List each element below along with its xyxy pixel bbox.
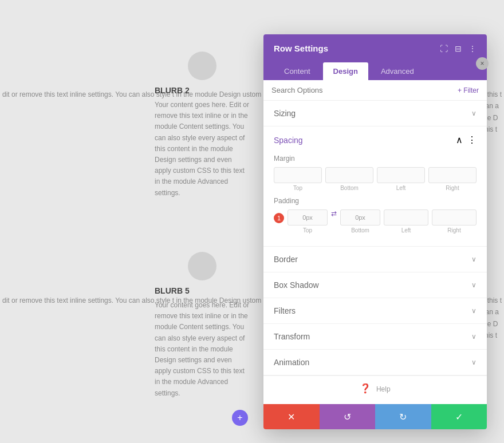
- row-settings-modal: Row Settings ⛶ ⊟ ⋮ Content Design Advanc…: [263, 34, 487, 429]
- margin-top-wrap: Top: [274, 167, 322, 191]
- section-animation-title: Animation: [274, 358, 309, 367]
- padding-top-bottom-pair: Top ⇄ Bottom: [288, 209, 380, 234]
- padding-inputs: Top ⇄ Bottom: [288, 209, 477, 237]
- padding-left-input[interactable]: [384, 209, 428, 226]
- margin-left-label: Left: [396, 185, 406, 191]
- margin-bottom-wrap: Bottom: [325, 167, 373, 191]
- save-button[interactable]: ✓: [431, 404, 487, 429]
- margin-top-input[interactable]: [274, 167, 322, 183]
- link-icon[interactable]: ⇄: [331, 209, 337, 217]
- help-text[interactable]: Help: [376, 385, 391, 393]
- section-sizing-title: Sizing: [274, 109, 296, 118]
- margin-label: Margin: [274, 155, 477, 163]
- padding-right-wrap: Right: [432, 209, 477, 234]
- section-filters-title: Filters: [274, 306, 296, 315]
- animation-chevron-icon: ∨: [471, 358, 477, 366]
- box-shadow-chevron-icon: ∨: [471, 281, 477, 289]
- blurb-5-avatar: [188, 252, 216, 280]
- padding-top-bottom-group: Top ⇄ Bottom: [288, 209, 477, 234]
- tab-content[interactable]: Content: [274, 62, 321, 80]
- margin-right-label: Right: [446, 185, 459, 191]
- margin-top-bottom-pair: Top Bottom: [274, 167, 373, 191]
- margin-bottom-input[interactable]: [325, 167, 373, 183]
- section-border-title: Border: [274, 255, 298, 264]
- modal-header: Row Settings ⛶ ⊟ ⋮: [263, 34, 487, 62]
- blurb-2-section: BLURB 2 Your content goes here. Edit or …: [155, 52, 249, 199]
- section-transform-title: Transform: [274, 332, 310, 341]
- help-circle-icon: ❓: [360, 383, 371, 393]
- outside-close-icon: ×: [480, 60, 484, 68]
- search-input[interactable]: [271, 86, 458, 94]
- padding-link-divider: ⇄: [331, 209, 337, 234]
- modal-footer: ✕ ↺ ↻ ✓: [263, 404, 487, 429]
- section-sizing[interactable]: Sizing ∨: [263, 101, 487, 126]
- padding-bottom-input[interactable]: [340, 209, 380, 226]
- section-filters[interactable]: Filters ∨: [263, 298, 487, 324]
- border-chevron-icon: ∨: [471, 255, 477, 263]
- padding-top-input[interactable]: [288, 209, 328, 226]
- transform-chevron-icon: ∨: [471, 333, 477, 341]
- section-box-shadow-title: Box Shadow: [274, 280, 319, 290]
- redo-button[interactable]: ↻: [375, 404, 431, 429]
- undo-button[interactable]: ↺: [320, 404, 376, 429]
- padding-left-label: Left: [401, 227, 411, 234]
- padding-top-label: Top: [303, 227, 312, 234]
- margin-inputs: Top Bottom Left Right: [274, 167, 477, 191]
- modal-tabs: Content Design Advanced: [263, 62, 487, 80]
- tab-advanced[interactable]: Advanced: [371, 62, 424, 80]
- sizing-chevron-icon: ∨: [471, 109, 477, 117]
- blurb-2-title: BLURB 2: [155, 86, 249, 95]
- blurb-5-section: BLURB 5 Your content goes here. Edit or …: [155, 252, 249, 399]
- margin-right-input[interactable]: [428, 167, 477, 183]
- filter-button[interactable]: + Filter: [458, 86, 479, 94]
- margin-left-right-pair: Left Right: [377, 167, 477, 191]
- search-bar: + Filter: [263, 80, 487, 101]
- columns-icon[interactable]: ⊟: [455, 44, 462, 53]
- margin-top-label: Top: [293, 185, 302, 191]
- margin-left-wrap: Left: [377, 167, 425, 191]
- modal-body: Sizing ∨ Spacing ∧ ⋮ Margin Top: [263, 101, 487, 404]
- blurb-5-title: BLURB 5: [155, 286, 249, 295]
- margin-left-input[interactable]: [377, 167, 425, 183]
- padding-bottom-label: Bottom: [351, 227, 369, 234]
- padding-row: 1 Top ⇄ Bo: [274, 209, 477, 237]
- section-animation[interactable]: Animation ∨: [263, 350, 487, 375]
- blurb-2-text: Your content goes here. Edit or remove t…: [155, 100, 249, 199]
- outside-close-button[interactable]: ×: [476, 57, 489, 70]
- blurb-2-avatar: [188, 52, 216, 80]
- add-button[interactable]: +: [232, 410, 248, 426]
- section-spacing[interactable]: Spacing ∧ ⋮: [263, 126, 487, 149]
- more-options-icon[interactable]: ⋮: [468, 44, 477, 53]
- modal-header-icons: ⛶ ⊟ ⋮: [440, 44, 477, 53]
- section-border[interactable]: Border ∨: [263, 247, 487, 272]
- margin-right-wrap: Right: [428, 167, 477, 191]
- tab-design[interactable]: Design: [323, 62, 368, 80]
- section-box-shadow[interactable]: Box Shadow ∨: [263, 272, 487, 298]
- modal-title: Row Settings: [274, 43, 328, 53]
- filters-chevron-icon: ∨: [471, 307, 477, 315]
- padding-right-input[interactable]: [432, 209, 477, 226]
- spacing-content: Margin Top Bottom Left: [263, 149, 487, 247]
- expand-icon[interactable]: ⛶: [440, 44, 448, 53]
- margin-bottom-label: Bottom: [340, 185, 359, 191]
- padding-left-wrap: Left: [384, 209, 428, 234]
- section-spacing-title: Spacing: [274, 136, 303, 145]
- padding-left-right-pair: Left Right: [384, 209, 477, 234]
- padding-right-label: Right: [447, 227, 460, 234]
- padding-badge: 1: [274, 213, 284, 223]
- padding-top-wrap: Top: [288, 209, 328, 234]
- section-transform[interactable]: Transform ∨: [263, 324, 487, 350]
- padding-label: Padding: [274, 197, 477, 205]
- padding-bottom-wrap: Bottom: [340, 209, 380, 234]
- spacing-section-icons: ∧ ⋮: [456, 135, 477, 145]
- help-section: ❓ Help: [263, 375, 487, 401]
- cancel-button[interactable]: ✕: [263, 404, 320, 429]
- blurb-5-text: Your content goes here. Edit or remove t…: [155, 300, 249, 399]
- spacing-chevron-up-icon: ∧: [456, 135, 463, 145]
- spacing-more-icon[interactable]: ⋮: [467, 135, 477, 145]
